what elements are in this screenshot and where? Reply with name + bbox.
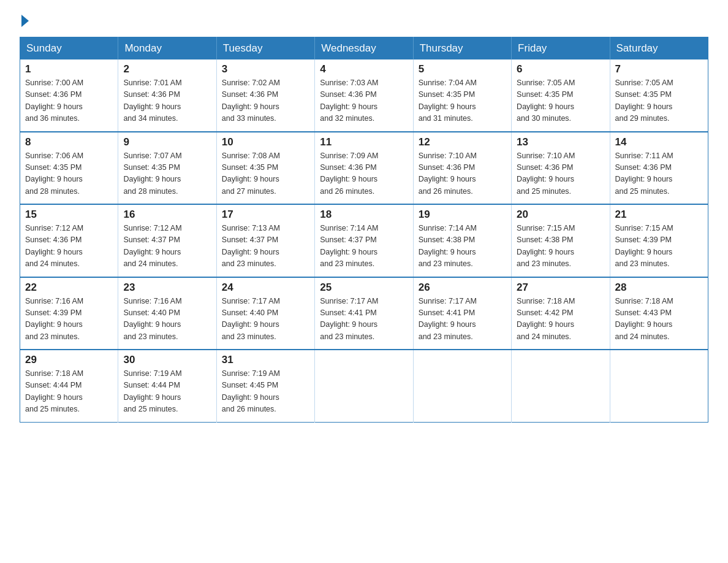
day-number: 10 <box>222 136 309 148</box>
day-cell-26: 26 Sunrise: 7:17 AMSunset: 4:41 PMDaylig… <box>413 277 511 350</box>
day-info: Sunrise: 7:04 AMSunset: 4:35 PMDaylight:… <box>419 77 506 125</box>
week-row-2: 8 Sunrise: 7:06 AMSunset: 4:35 PMDayligh… <box>20 132 708 205</box>
day-info: Sunrise: 7:05 AMSunset: 4:35 PMDaylight:… <box>615 77 703 125</box>
day-info: Sunrise: 7:10 AMSunset: 4:36 PMDaylight:… <box>419 150 506 198</box>
day-info: Sunrise: 7:16 AMSunset: 4:40 PMDaylight:… <box>123 296 211 343</box>
weekday-header-tuesday: Tuesday <box>216 37 314 60</box>
day-info: Sunrise: 7:03 AMSunset: 4:36 PMDaylight:… <box>320 77 408 125</box>
day-number: 19 <box>419 209 506 221</box>
day-number: 29 <box>25 354 113 366</box>
day-cell-7: 7 Sunrise: 7:05 AMSunset: 4:35 PMDayligh… <box>610 59 708 132</box>
day-number: 13 <box>517 136 604 148</box>
day-info: Sunrise: 7:01 AMSunset: 4:36 PMDaylight:… <box>123 77 211 125</box>
empty-cell <box>512 350 610 422</box>
day-cell-11: 11 Sunrise: 7:09 AMSunset: 4:36 PMDaylig… <box>315 132 413 205</box>
day-info: Sunrise: 7:11 AMSunset: 4:36 PMDaylight:… <box>615 150 703 198</box>
page-header <box>20 15 708 26</box>
day-info: Sunrise: 7:06 AMSunset: 4:35 PMDaylight:… <box>25 150 113 198</box>
day-number: 3 <box>222 63 309 75</box>
day-number: 11 <box>320 136 408 148</box>
day-number: 9 <box>123 136 211 148</box>
day-number: 28 <box>615 282 703 294</box>
week-row-1: 1 Sunrise: 7:00 AMSunset: 4:36 PMDayligh… <box>20 59 708 132</box>
empty-cell <box>315 350 413 422</box>
day-cell-16: 16 Sunrise: 7:12 AMSunset: 4:37 PMDaylig… <box>118 204 216 277</box>
day-info: Sunrise: 7:19 AMSunset: 4:45 PMDaylight:… <box>222 368 309 416</box>
day-cell-10: 10 Sunrise: 7:08 AMSunset: 4:35 PMDaylig… <box>216 132 314 205</box>
day-number: 12 <box>419 136 506 148</box>
day-info: Sunrise: 7:05 AMSunset: 4:35 PMDaylight:… <box>517 77 604 125</box>
day-number: 27 <box>517 282 604 294</box>
day-number: 15 <box>25 209 113 221</box>
day-info: Sunrise: 7:17 AMSunset: 4:40 PMDaylight:… <box>222 296 309 343</box>
day-info: Sunrise: 7:18 AMSunset: 4:44 PMDaylight:… <box>25 368 113 416</box>
day-info: Sunrise: 7:00 AMSunset: 4:36 PMDaylight:… <box>25 77 113 125</box>
day-number: 2 <box>123 63 211 75</box>
day-info: Sunrise: 7:17 AMSunset: 4:41 PMDaylight:… <box>419 296 506 343</box>
day-number: 14 <box>615 136 703 148</box>
day-number: 20 <box>517 209 604 221</box>
day-info: Sunrise: 7:18 AMSunset: 4:43 PMDaylight:… <box>615 296 703 343</box>
day-cell-13: 13 Sunrise: 7:10 AMSunset: 4:36 PMDaylig… <box>512 132 610 205</box>
week-row-5: 29 Sunrise: 7:18 AMSunset: 4:44 PMDaylig… <box>20 350 708 422</box>
day-number: 5 <box>419 63 506 75</box>
day-info: Sunrise: 7:12 AMSunset: 4:37 PMDaylight:… <box>123 223 211 270</box>
day-number: 30 <box>123 354 211 366</box>
day-cell-24: 24 Sunrise: 7:17 AMSunset: 4:40 PMDaylig… <box>216 277 314 350</box>
day-number: 26 <box>419 282 506 294</box>
logo <box>20 15 29 26</box>
day-info: Sunrise: 7:02 AMSunset: 4:36 PMDaylight:… <box>222 77 309 125</box>
day-number: 8 <box>25 136 113 148</box>
day-number: 1 <box>25 63 113 75</box>
day-number: 4 <box>320 63 408 75</box>
day-cell-23: 23 Sunrise: 7:16 AMSunset: 4:40 PMDaylig… <box>118 277 216 350</box>
day-cell-17: 17 Sunrise: 7:13 AMSunset: 4:37 PMDaylig… <box>216 204 314 277</box>
day-info: Sunrise: 7:16 AMSunset: 4:39 PMDaylight:… <box>25 296 113 343</box>
day-cell-31: 31 Sunrise: 7:19 AMSunset: 4:45 PMDaylig… <box>216 350 314 422</box>
day-info: Sunrise: 7:17 AMSunset: 4:41 PMDaylight:… <box>320 296 408 343</box>
week-row-3: 15 Sunrise: 7:12 AMSunset: 4:36 PMDaylig… <box>20 204 708 277</box>
day-cell-21: 21 Sunrise: 7:15 AMSunset: 4:39 PMDaylig… <box>610 204 708 277</box>
day-number: 22 <box>25 282 113 294</box>
day-info: Sunrise: 7:15 AMSunset: 4:38 PMDaylight:… <box>517 223 604 270</box>
day-info: Sunrise: 7:10 AMSunset: 4:36 PMDaylight:… <box>517 150 604 198</box>
day-number: 16 <box>123 209 211 221</box>
day-number: 18 <box>320 209 408 221</box>
day-number: 21 <box>615 209 703 221</box>
weekday-header-saturday: Saturday <box>610 37 708 60</box>
day-info: Sunrise: 7:07 AMSunset: 4:35 PMDaylight:… <box>123 150 211 198</box>
day-cell-9: 9 Sunrise: 7:07 AMSunset: 4:35 PMDayligh… <box>118 132 216 205</box>
day-number: 31 <box>222 354 309 366</box>
day-info: Sunrise: 7:13 AMSunset: 4:37 PMDaylight:… <box>222 223 309 270</box>
day-cell-4: 4 Sunrise: 7:03 AMSunset: 4:36 PMDayligh… <box>315 59 413 132</box>
day-cell-29: 29 Sunrise: 7:18 AMSunset: 4:44 PMDaylig… <box>20 350 118 422</box>
empty-cell <box>413 350 511 422</box>
day-info: Sunrise: 7:18 AMSunset: 4:42 PMDaylight:… <box>517 296 604 343</box>
day-cell-25: 25 Sunrise: 7:17 AMSunset: 4:41 PMDaylig… <box>315 277 413 350</box>
weekday-header-wednesday: Wednesday <box>315 37 413 60</box>
day-cell-27: 27 Sunrise: 7:18 AMSunset: 4:42 PMDaylig… <box>512 277 610 350</box>
weekday-header-monday: Monday <box>118 37 216 60</box>
day-number: 17 <box>222 209 309 221</box>
day-cell-15: 15 Sunrise: 7:12 AMSunset: 4:36 PMDaylig… <box>20 204 118 277</box>
calendar-table: SundayMondayTuesdayWednesdayThursdayFrid… <box>20 37 708 423</box>
day-cell-28: 28 Sunrise: 7:18 AMSunset: 4:43 PMDaylig… <box>610 277 708 350</box>
day-number: 23 <box>123 282 211 294</box>
day-cell-20: 20 Sunrise: 7:15 AMSunset: 4:38 PMDaylig… <box>512 204 610 277</box>
day-cell-18: 18 Sunrise: 7:14 AMSunset: 4:37 PMDaylig… <box>315 204 413 277</box>
day-cell-1: 1 Sunrise: 7:00 AMSunset: 4:36 PMDayligh… <box>20 59 118 132</box>
day-info: Sunrise: 7:12 AMSunset: 4:36 PMDaylight:… <box>25 223 113 270</box>
day-number: 25 <box>320 282 408 294</box>
day-cell-5: 5 Sunrise: 7:04 AMSunset: 4:35 PMDayligh… <box>413 59 511 132</box>
day-cell-12: 12 Sunrise: 7:10 AMSunset: 4:36 PMDaylig… <box>413 132 511 205</box>
weekday-header-thursday: Thursday <box>413 37 511 60</box>
day-cell-3: 3 Sunrise: 7:02 AMSunset: 4:36 PMDayligh… <box>216 59 314 132</box>
day-info: Sunrise: 7:15 AMSunset: 4:39 PMDaylight:… <box>615 223 703 270</box>
day-cell-19: 19 Sunrise: 7:14 AMSunset: 4:38 PMDaylig… <box>413 204 511 277</box>
day-info: Sunrise: 7:19 AMSunset: 4:44 PMDaylight:… <box>123 368 211 416</box>
day-info: Sunrise: 7:14 AMSunset: 4:37 PMDaylight:… <box>320 223 408 270</box>
week-row-4: 22 Sunrise: 7:16 AMSunset: 4:39 PMDaylig… <box>20 277 708 350</box>
day-info: Sunrise: 7:09 AMSunset: 4:36 PMDaylight:… <box>320 150 408 198</box>
day-info: Sunrise: 7:08 AMSunset: 4:35 PMDaylight:… <box>222 150 309 198</box>
day-number: 6 <box>517 63 604 75</box>
